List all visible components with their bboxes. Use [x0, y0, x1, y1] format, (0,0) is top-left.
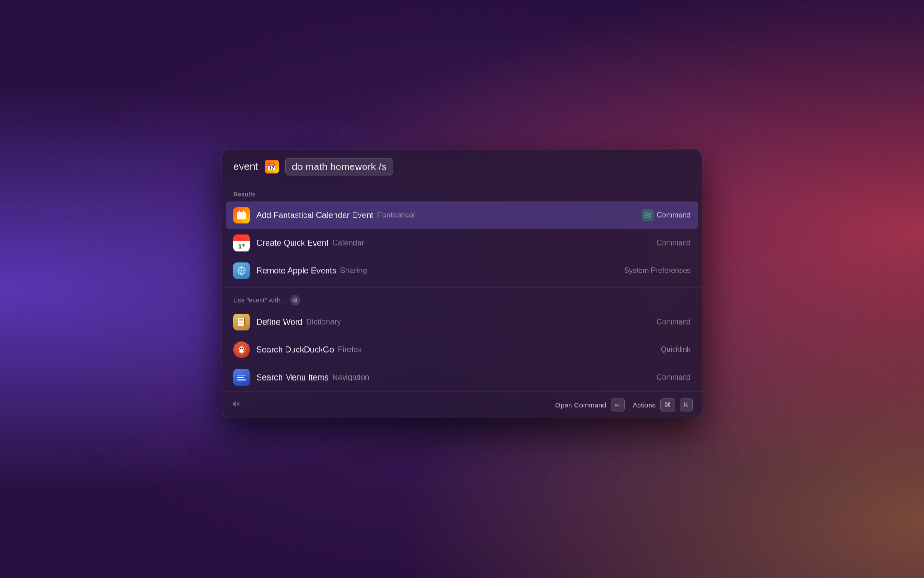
divider-1	[222, 287, 702, 288]
result-item-fantastical[interactable]: Add Fantastical Calendar Event Fantastic…	[226, 201, 698, 229]
menu-items-source: Navigation	[332, 373, 369, 382]
fantastical-shortcut: Command	[642, 209, 691, 221]
dictionary-shortcut: Command	[657, 318, 691, 326]
results-label: Results	[222, 184, 702, 201]
result-item-menu-items[interactable]: Search Menu Items Navigation Command	[222, 363, 702, 391]
svg-point-24	[243, 348, 243, 348]
k-key[interactable]: K	[680, 398, 693, 411]
dictionary-icon	[233, 314, 250, 330]
search-bar: event 📅 do math homework /s	[222, 149, 702, 184]
svg-rect-13	[239, 319, 243, 320]
result-item-duckduckgo[interactable]: Search DuckDuckGo Firefox Quicklink	[222, 336, 702, 363]
fantastical-app-icon: 📅	[265, 160, 279, 173]
use-with-label: Use "event" with...	[233, 296, 286, 304]
fantastical-item-source: Fantastical	[377, 210, 415, 220]
svg-rect-1	[237, 212, 246, 214]
duckduckgo-shortcut: Quicklink	[661, 345, 691, 354]
footer: Open Command ↵ Actions ⌘ K	[222, 391, 702, 418]
menu-items-shortcut: Command	[657, 373, 691, 381]
result-item-dictionary[interactable]: Define Word Dictionary Command	[222, 308, 702, 336]
search-keyword: event	[233, 160, 258, 172]
sharing-item-name: Remote Apple Events	[256, 266, 336, 276]
menu-items-text: Search Menu Items Navigation	[256, 373, 650, 382]
svg-point-20	[239, 350, 244, 353]
open-command-label: Open Command	[555, 401, 606, 409]
fantastical-icon	[233, 207, 250, 223]
menu-items-name: Search Menu Items	[256, 373, 328, 382]
duckduckgo-item-source: Firefox	[338, 345, 362, 354]
nav-line-3	[237, 379, 246, 380]
duckduckgo-icon	[233, 341, 250, 358]
svg-point-23	[241, 348, 241, 348]
svg-point-6	[649, 213, 650, 214]
svg-rect-15	[239, 322, 243, 322]
server-icon	[642, 209, 654, 221]
cmd-key[interactable]: ⌘	[660, 398, 675, 411]
svg-rect-17	[244, 318, 245, 326]
calendar-icon: 17	[233, 234, 250, 251]
sharing-shortcut: System Preferences	[624, 266, 691, 275]
dictionary-item-name: Define Word	[256, 317, 303, 327]
nav-lines	[237, 375, 246, 380]
fantastical-item-name: Add Fantastical Calendar Event	[256, 210, 373, 220]
calendar-item-source: Calendar	[332, 238, 364, 247]
fantastical-shortcut-label: Command	[657, 211, 691, 219]
dictionary-item-source: Dictionary	[306, 317, 341, 326]
fantastical-item-text: Add Fantastical Calendar Event Fantastic…	[256, 210, 635, 220]
nav-line-2	[237, 377, 244, 378]
duckduckgo-shortcut-label: Quicklink	[661, 345, 691, 354]
enter-key[interactable]: ↵	[611, 398, 625, 411]
calendar-item-text: Create Quick Event Calendar	[256, 238, 650, 248]
speaker-muted-icon	[231, 399, 241, 411]
duckduckgo-item-name: Search DuckDuckGo	[256, 345, 334, 355]
svg-point-7	[649, 216, 650, 217]
calendar-shortcut-label: Command	[657, 239, 691, 247]
calendar-shortcut: Command	[657, 239, 691, 247]
result-item-calendar[interactable]: 17 Create Quick Event Calendar Command	[222, 229, 702, 257]
dictionary-item-text: Define Word Dictionary	[256, 317, 650, 327]
actions-label: Actions	[633, 401, 656, 409]
svg-point-21	[240, 348, 242, 349]
svg-point-22	[242, 348, 243, 349]
sharing-item-text: Remote Apple Events Sharing	[256, 266, 618, 276]
search-input[interactable]: do math homework /s	[285, 158, 394, 175]
sharing-item-source: Sharing	[340, 266, 367, 275]
sharing-shortcut-label: System Preferences	[624, 266, 691, 275]
svg-rect-2	[239, 210, 240, 213]
gear-button[interactable]: ⚙	[290, 295, 300, 305]
nav-line-1	[237, 375, 246, 375]
svg-rect-16	[239, 323, 242, 324]
use-with-section: Use "event" with... ⚙	[222, 290, 702, 308]
menu-items-shortcut-label: Command	[657, 373, 691, 381]
sharing-icon	[233, 262, 250, 279]
navigation-icon	[233, 369, 250, 386]
dictionary-shortcut-label: Command	[657, 318, 691, 326]
results-section: Results Add Fantastical Calendar Event F…	[222, 184, 702, 391]
svg-rect-14	[239, 320, 243, 321]
spotlight-window: event 📅 do math homework /s Results Add …	[222, 149, 702, 418]
result-item-sharing[interactable]: Remote Apple Events Sharing System Prefe…	[222, 257, 702, 284]
svg-rect-3	[243, 210, 244, 213]
calendar-item-name: Create Quick Event	[256, 238, 328, 248]
duckduckgo-item-text: Search DuckDuckGo Firefox	[256, 345, 654, 355]
